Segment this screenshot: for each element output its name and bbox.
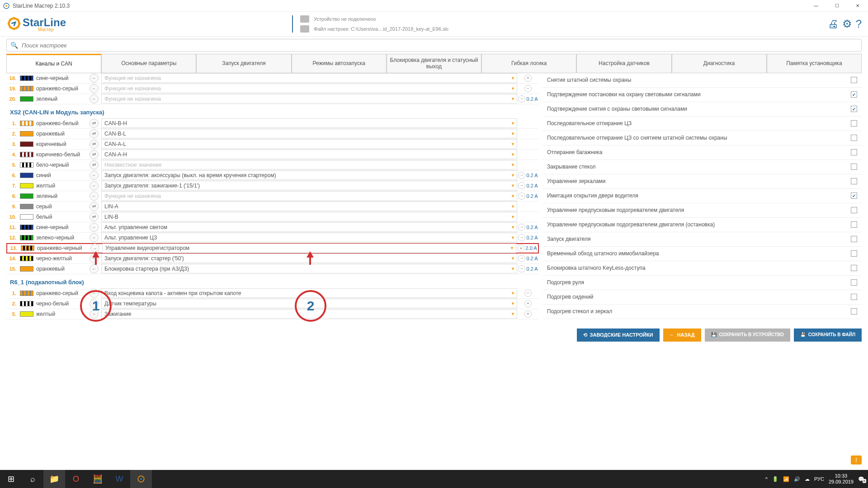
function-dropdown[interactable]: LIN-A▼ (101, 202, 517, 211)
function-dropdown[interactable]: LIN-B▼ (101, 212, 517, 221)
function-dropdown[interactable]: Функция не назначена▼ (101, 84, 517, 93)
search-input[interactable] (22, 42, 858, 49)
polarity-button[interactable]: ← (90, 299, 99, 308)
tab-3[interactable]: Режимы автозапуска (292, 54, 387, 73)
tab-6[interactable]: Настройка датчиков (576, 54, 671, 73)
function-dropdown[interactable]: Функция не назначена▼ (101, 191, 517, 201)
polarity-sign-button[interactable]: − (518, 255, 525, 262)
polarity-button[interactable]: ← (90, 74, 99, 83)
help-icon[interactable]: ? (856, 18, 862, 30)
polarity-sign-button[interactable]: − (518, 182, 525, 189)
option-checkbox[interactable] (851, 164, 857, 170)
chevron-down-icon: ▼ (511, 301, 515, 306)
function-dropdown[interactable]: Датчик температуры▼ (101, 299, 517, 308)
polarity-button[interactable]: ← (90, 94, 99, 103)
polarity-button[interactable]: ← (90, 310, 99, 319)
function-dropdown[interactable]: CAN-B-L▼ (101, 129, 517, 138)
tab-8[interactable]: Памятка установщика (767, 54, 862, 73)
polarity-button[interactable]: ← (90, 233, 99, 242)
option-checkbox[interactable] (851, 178, 857, 184)
print-icon[interactable]: 🖨 (828, 18, 839, 30)
polarity-button[interactable]: ← (90, 171, 99, 180)
polarity-button[interactable]: ← (90, 181, 99, 190)
function-dropdown[interactable]: Вход концевика капота - активен при откр… (101, 288, 517, 298)
function-dropdown[interactable]: Управление видеорегистратором▼ (102, 244, 516, 253)
tab-1[interactable]: Основные параметры (101, 54, 196, 73)
polarity-button[interactable]: → (90, 244, 99, 253)
option-checkbox[interactable] (851, 149, 857, 155)
polarity-sign-button[interactable]: − (518, 192, 525, 200)
option-checkbox[interactable] (851, 77, 857, 83)
option-checkbox[interactable] (851, 236, 857, 242)
polarity-button[interactable]: ⇄ (90, 119, 99, 128)
polarity-sign-button[interactable]: + (517, 244, 524, 252)
polarity-sign-button[interactable]: + (524, 310, 532, 318)
function-dropdown[interactable]: Блокировка стартера (при АЗ/ДЗ)▼ (101, 264, 517, 273)
function-dropdown[interactable]: Запуск двигателя: зажигание-1 ('15/1')▼ (101, 181, 517, 190)
save-to-device-button[interactable]: 💾 СОХРАНИТЬ В УСТРОЙСТВО (705, 328, 790, 342)
function-dropdown[interactable]: Запуск двигателя: стартер ('50')▼ (101, 253, 517, 263)
option-checkbox[interactable] (851, 120, 857, 127)
polarity-sign-button[interactable]: − (518, 224, 525, 231)
polarity-button[interactable]: ⇄ (90, 160, 99, 169)
polarity-button[interactable]: ⇄ (90, 140, 99, 149)
option-checkbox[interactable]: ✔ (851, 192, 857, 199)
wire-color-icon (20, 131, 33, 136)
tab-0[interactable]: Каналы и CAN (6, 54, 101, 73)
maximize-button[interactable]: ☐ (826, 0, 847, 12)
polarity-sign-button[interactable]: + (524, 75, 532, 82)
function-dropdown[interactable]: CAN-B-H▼ (101, 118, 517, 128)
polarity-button[interactable]: ⇄ (90, 202, 99, 211)
channel-wire-name: коричневый (36, 141, 90, 147)
function-dropdown[interactable]: Зажигание▼ (101, 309, 517, 319)
option-checkbox[interactable] (851, 250, 857, 257)
polarity-button[interactable]: ← (90, 84, 99, 93)
tab-5[interactable]: Гибкая логика (481, 54, 576, 73)
polarity-button[interactable]: ⇄ (90, 129, 99, 138)
function-dropdown[interactable]: Неизвестное значение▼ (101, 160, 517, 169)
settings-file: Файл настроек: C:\Users\iva…id_2017-2018… (314, 26, 449, 32)
polarity-sign-button[interactable]: − (518, 234, 525, 241)
option-checkbox[interactable] (851, 294, 857, 300)
function-dropdown[interactable]: Альт. управление ЦЗ▼ (101, 233, 517, 242)
polarity-sign-button[interactable]: − (518, 265, 525, 272)
function-dropdown[interactable]: Функция не назначена▼ (101, 73, 517, 83)
polarity-button[interactable]: ← (90, 264, 99, 273)
channel-wire-name: бело-черный (36, 162, 90, 168)
polarity-sign-button[interactable]: + (524, 300, 532, 307)
option-checkbox[interactable] (851, 265, 857, 271)
polarity-sign-button[interactable]: − (524, 290, 532, 297)
polarity-button[interactable]: ← (90, 254, 99, 263)
close-button[interactable]: ✕ (847, 0, 868, 12)
tab-2[interactable]: Запуск двигателя (196, 54, 291, 73)
option-checkbox[interactable]: ✔ (851, 106, 857, 112)
option-checkbox[interactable] (851, 221, 857, 228)
polarity-button[interactable]: ⇄ (90, 150, 99, 159)
function-dropdown[interactable]: Альт. управление светом▼ (101, 222, 517, 232)
polarity-button[interactable]: ← (90, 289, 99, 298)
polarity-button[interactable]: ⇄ (90, 212, 99, 221)
polarity-sign-button[interactable]: − (518, 172, 525, 179)
option-checkbox[interactable] (851, 279, 857, 286)
tab-4[interactable]: Блокировка двигателя и статусный выход (387, 54, 481, 73)
function-dropdown[interactable]: CAN-A-H▼ (101, 150, 517, 159)
option-checkbox[interactable] (851, 135, 857, 141)
polarity-button[interactable]: ← (90, 223, 99, 232)
function-dropdown[interactable]: CAN-A-L▼ (101, 139, 517, 149)
channel-row: 13. оранжево-черный → Управление видеоре… (6, 243, 539, 253)
save-to-file-button[interactable]: 💾 СОХРАНИТЬ В ФАЙЛ (794, 328, 862, 342)
tab-7[interactable]: Диагностика (672, 54, 767, 73)
polarity-button[interactable]: ← (90, 192, 99, 201)
search-bar[interactable]: 🔍 (6, 39, 862, 52)
option-checkbox[interactable] (851, 308, 857, 314)
settings-icon[interactable]: ⚙ (842, 18, 852, 30)
function-dropdown[interactable]: Функция не назначена▼ (101, 94, 517, 103)
back-button[interactable]: ← НАЗАД (663, 328, 701, 342)
factory-reset-button[interactable]: ⟲ ЗАВОДСКИЕ НАСТРОЙКИ (577, 328, 660, 342)
polarity-sign-button[interactable]: − (518, 95, 525, 103)
function-dropdown[interactable]: Запуск двигателя: аксессуары (выкл. на в… (101, 170, 517, 180)
option-checkbox[interactable] (851, 207, 857, 213)
minimize-button[interactable]: ― (806, 0, 826, 12)
option-checkbox[interactable]: ✔ (851, 91, 857, 98)
polarity-sign-button[interactable]: − (524, 85, 532, 92)
